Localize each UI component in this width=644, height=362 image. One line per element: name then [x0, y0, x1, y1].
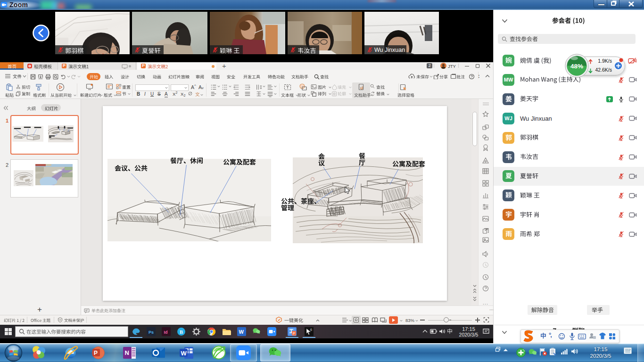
svg-text:N: N: [125, 349, 129, 356]
svg-text:6: 6: [310, 328, 312, 331]
svg-text:48%: 48%: [570, 63, 583, 70]
svg-text:P: P: [94, 350, 98, 356]
svg-text:W: W: [181, 350, 187, 357]
svg-text:W: W: [239, 329, 244, 335]
svg-text:B: B: [180, 329, 183, 335]
svg-text:Ps: Ps: [149, 330, 154, 335]
svg-text:Id: Id: [164, 330, 168, 335]
svg-text:P: P: [293, 331, 295, 336]
